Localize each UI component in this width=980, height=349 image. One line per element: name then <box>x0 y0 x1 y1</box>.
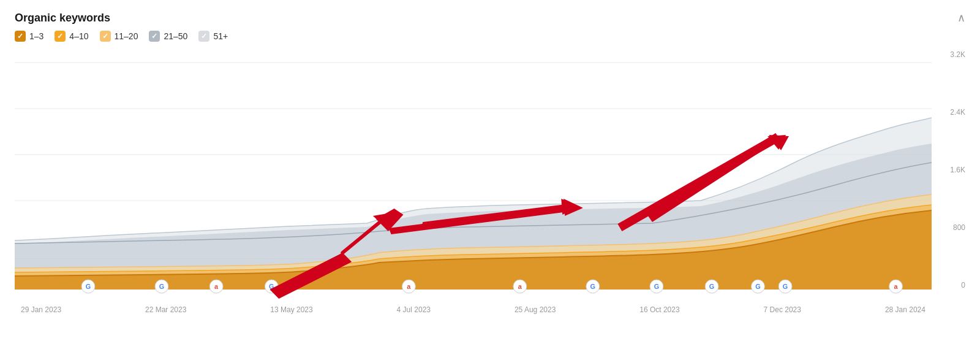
svg-text:a: a <box>894 283 898 290</box>
legend-label-21-50: 21–50 <box>164 31 187 41</box>
x-label-dec7: 7 Dec 2023 <box>764 305 801 314</box>
svg-text:G: G <box>709 283 714 290</box>
legend-item-1-3[interactable]: ✓1–3 <box>15 31 43 42</box>
legend: ✓1–3✓4–10✓11–20✓21–50✓51+ <box>15 31 965 42</box>
legend-item-11-20[interactable]: ✓11–20 <box>100 31 138 42</box>
legend-checkbox-1-3[interactable]: ✓ <box>15 31 26 42</box>
y-label-3200: 3.2K <box>935 50 965 59</box>
legend-item-51+[interactable]: ✓51+ <box>198 31 228 42</box>
legend-checkbox-51+[interactable]: ✓ <box>198 31 209 42</box>
legend-label-1-3: 1–3 <box>29 31 43 41</box>
x-label-jan29: 29 Jan 2023 <box>21 305 61 314</box>
legend-checkbox-4-10[interactable]: ✓ <box>55 31 66 42</box>
legend-item-4-10[interactable]: ✓4–10 <box>55 31 88 42</box>
svg-text:G: G <box>755 283 760 290</box>
organic-keywords-widget: Organic keywords ∧ ✓1–3✓4–10✓11–20✓21–50… <box>0 0 980 349</box>
svg-text:G: G <box>159 283 164 290</box>
legend-item-21-50[interactable]: ✓21–50 <box>149 31 187 42</box>
svg-text:G: G <box>783 283 788 290</box>
y-label-1600: 1.6K <box>935 166 965 174</box>
x-label-may13: 13 May 2023 <box>270 305 312 314</box>
x-axis: 29 Jan 2023 22 Mar 2023 13 May 2023 4 Ju… <box>15 305 932 314</box>
legend-checkbox-11-20[interactable]: ✓ <box>100 31 111 42</box>
x-label-oct16: 16 Oct 2023 <box>639 305 679 314</box>
legend-label-11-20: 11–20 <box>115 31 138 41</box>
chart-svg: G G a G a a G G G G <box>15 50 932 314</box>
legend-label-51+: 51+ <box>213 31 228 41</box>
y-label-2400: 2.4K <box>935 108 965 117</box>
widget-header: Organic keywords ∧ <box>15 11 965 25</box>
x-label-jan28: 28 Jan 2024 <box>885 305 925 314</box>
svg-text:G: G <box>654 283 659 290</box>
svg-text:a: a <box>407 283 411 290</box>
y-label-800: 800 <box>935 223 965 232</box>
y-label-0: 0 <box>935 281 965 290</box>
svg-text:G: G <box>590 283 595 290</box>
legend-checkbox-21-50[interactable]: ✓ <box>149 31 160 42</box>
x-label-jul4: 4 Jul 2023 <box>397 305 431 314</box>
svg-text:G: G <box>86 283 91 290</box>
legend-label-4-10: 4–10 <box>69 31 88 41</box>
x-label-mar22: 22 Mar 2023 <box>145 305 186 314</box>
collapse-button[interactable]: ∧ <box>957 11 965 25</box>
chart-svg-container: G G a G a a G G G G <box>15 50 932 314</box>
x-label-aug25: 25 Aug 2023 <box>514 305 556 314</box>
chart-area: G G a G a a G G G G <box>15 50 965 314</box>
widget-title: Organic keywords <box>15 12 110 25</box>
svg-text:a: a <box>214 283 219 290</box>
svg-text:a: a <box>518 283 522 290</box>
y-axis: 3.2K 2.4K 1.6K 800 0 <box>935 50 965 314</box>
